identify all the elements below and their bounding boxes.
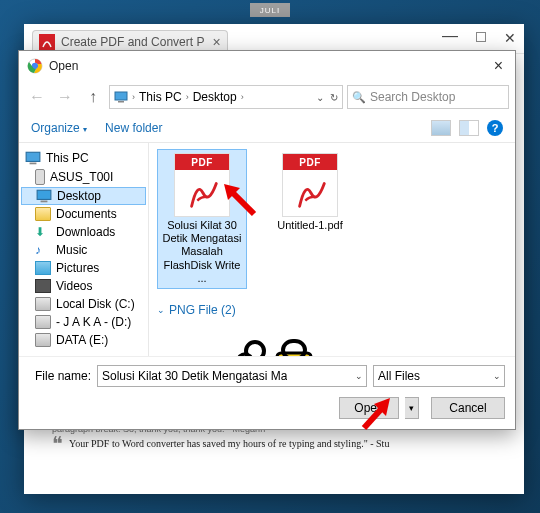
pc-icon xyxy=(114,91,128,103)
taskbar-month-tag: JULI xyxy=(250,3,290,17)
browser-tab-title: Create PDF and Convert P xyxy=(61,35,204,49)
crumb-this-pc[interactable]: This PC xyxy=(139,90,182,104)
tree-item-pictures[interactable]: Pictures xyxy=(21,259,146,277)
pdf-thumbnail: PDF xyxy=(282,153,338,217)
chevron-down-icon[interactable]: ⌄ xyxy=(355,371,363,381)
new-folder-button[interactable]: New folder xyxy=(105,121,162,135)
open-file-dialog: Open × ← → ↑ › This PC › Desktop › ⌄↻ 🔍 … xyxy=(18,50,516,430)
breadcrumb-dropdown-icon[interactable]: ⌄ xyxy=(316,92,324,103)
address-bar-row: ← → ↑ › This PC › Desktop › ⌄↻ 🔍 Search … xyxy=(19,81,515,113)
dialog-close-icon[interactable]: × xyxy=(490,57,507,75)
window-close-icon[interactable]: ✕ xyxy=(504,30,516,48)
open-split-dropdown[interactable]: ▾ xyxy=(405,397,419,419)
pdf-favicon-icon xyxy=(39,34,55,50)
drive-icon xyxy=(35,333,51,347)
chevron-down-icon: ⌄ xyxy=(157,305,165,315)
tree-item-desktop[interactable]: Desktop xyxy=(21,187,146,205)
tab-close-icon[interactable]: × xyxy=(212,34,220,50)
preview-pane-icon[interactable] xyxy=(459,120,479,136)
chevron-right-icon: › xyxy=(132,92,135,102)
drive-icon xyxy=(35,297,51,311)
dialog-footer: File name: Solusi Kilat 30 Detik Mengata… xyxy=(19,356,515,429)
pdf-badge: PDF xyxy=(283,154,337,170)
download-icon: ⬇ xyxy=(35,225,51,239)
file-name-label: Solusi Kilat 30 Detik Mengatasi Masalah … xyxy=(159,219,245,285)
svg-rect-4 xyxy=(118,101,124,103)
pdf-badge: PDF xyxy=(175,154,229,170)
organize-menu[interactable]: Organize ▾ xyxy=(31,121,87,135)
nav-up-icon[interactable]: ↑ xyxy=(81,86,105,108)
open-button[interactable]: Open xyxy=(339,397,399,419)
help-icon[interactable]: ? xyxy=(487,120,503,136)
file-name-label: Untitled-1.pdf xyxy=(277,219,342,232)
svg-rect-8 xyxy=(41,201,48,203)
refresh-icon[interactable]: ↻ xyxy=(330,92,338,103)
tree-item-videos[interactable]: Videos xyxy=(21,277,146,295)
folder-tree: This PC ASUS_T00I Desktop Documents ⬇Dow… xyxy=(19,143,149,356)
nav-back-icon: ← xyxy=(25,86,49,108)
lock-keys-icon xyxy=(237,335,317,356)
dialog-toolbar: Organize ▾ New folder ? xyxy=(19,113,515,143)
folder-icon xyxy=(35,207,51,221)
crumb-desktop[interactable]: Desktop xyxy=(193,90,237,104)
tree-item-documents[interactable]: Documents xyxy=(21,205,146,223)
file-name-input[interactable]: Solusi Kilat 30 Detik Mengatasi Ma ⌄ xyxy=(97,365,367,387)
dialog-title: Open xyxy=(49,59,78,73)
svg-rect-3 xyxy=(115,92,127,100)
pc-icon xyxy=(25,151,41,165)
window-minimize-icon[interactable]: — xyxy=(442,27,458,45)
window-maximize-icon[interactable] xyxy=(476,30,486,48)
chevron-down-icon[interactable]: ⌄ xyxy=(493,371,501,381)
dialog-titlebar: Open × xyxy=(19,51,515,81)
svg-rect-6 xyxy=(30,163,37,165)
search-placeholder: Search Desktop xyxy=(370,90,455,104)
desktop-icon xyxy=(36,189,52,203)
view-mode-icon[interactable] xyxy=(431,120,451,136)
png-thumbnail-lock[interactable] xyxy=(237,335,317,356)
tree-item-drive-e[interactable]: DATA (E:) xyxy=(21,331,146,349)
pdf-thumbnail: PDF xyxy=(174,153,230,217)
breadcrumb[interactable]: › This PC › Desktop › ⌄↻ xyxy=(109,85,343,109)
phone-icon xyxy=(35,169,45,185)
svg-rect-7 xyxy=(37,190,51,199)
chevron-right-icon: › xyxy=(241,92,244,102)
file-item-selected[interactable]: PDF Solusi Kilat 30 Detik Mengatasi Masa… xyxy=(157,149,247,289)
testimonial-text: Your PDF to Word converter has saved my … xyxy=(69,438,389,450)
svg-rect-5 xyxy=(26,152,40,161)
drive-icon xyxy=(35,315,51,329)
file-list: PDF Solusi Kilat 30 Detik Mengatasi Masa… xyxy=(149,143,515,356)
tree-item-asus[interactable]: ASUS_T00I xyxy=(21,167,146,187)
music-icon: ♪ xyxy=(35,243,51,257)
nav-forward-icon: → xyxy=(53,86,77,108)
chrome-icon xyxy=(27,58,43,74)
file-type-dropdown[interactable]: All Files ⌄ xyxy=(373,365,505,387)
videos-icon xyxy=(35,279,51,293)
chevron-right-icon: › xyxy=(186,92,189,102)
adobe-swoosh-icon xyxy=(183,174,223,212)
tree-item-drive-c[interactable]: Local Disk (C:) xyxy=(21,295,146,313)
pictures-icon xyxy=(35,261,51,275)
search-icon: 🔍 xyxy=(352,91,366,104)
tree-item-downloads[interactable]: ⬇Downloads xyxy=(21,223,146,241)
cancel-button[interactable]: Cancel xyxy=(431,397,505,419)
file-item[interactable]: PDF Untitled-1.pdf xyxy=(265,149,355,289)
tree-this-pc[interactable]: This PC xyxy=(21,149,146,167)
quote-mark-icon: ❝ xyxy=(52,438,63,450)
group-header-png[interactable]: ⌄ PNG File (2) xyxy=(157,303,507,317)
file-name-label: File name: xyxy=(29,369,91,383)
adobe-swoosh-icon xyxy=(291,174,331,212)
chevron-down-icon: ▾ xyxy=(83,125,87,134)
tree-item-drive-d[interactable]: - J A K A - (D:) xyxy=(21,313,146,331)
svg-point-14 xyxy=(238,354,252,356)
search-input[interactable]: 🔍 Search Desktop xyxy=(347,85,509,109)
tree-item-music[interactable]: ♪Music xyxy=(21,241,146,259)
